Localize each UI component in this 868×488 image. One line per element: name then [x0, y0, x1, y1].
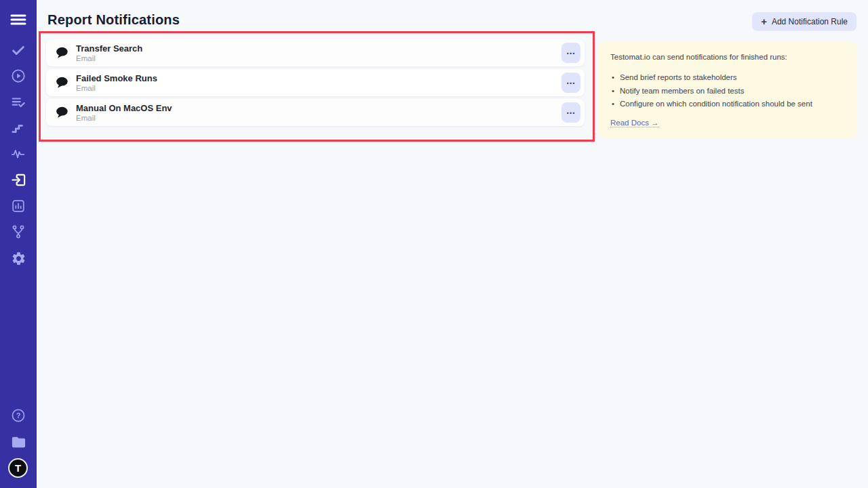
steps-icon[interactable] — [10, 120, 26, 136]
chat-bubble-icon — [54, 75, 69, 90]
hamburger-menu-icon[interactable] — [10, 12, 26, 28]
ellipsis-icon: ⋯ — [566, 49, 576, 58]
rule-title: Manual On MacOS Env — [76, 103, 172, 113]
list-check-icon[interactable] — [10, 94, 26, 110]
import-icon[interactable] — [10, 171, 26, 188]
logo-letter: T — [15, 462, 21, 474]
rule-channel: Email — [76, 84, 157, 93]
rule-title: Failed Smoke Runs — [76, 73, 157, 83]
rule-menu-button[interactable]: ⋯ — [561, 102, 580, 123]
git-branch-icon[interactable] — [10, 224, 26, 240]
play-circle-icon[interactable] — [10, 68, 26, 84]
ellipsis-icon: ⋯ — [566, 79, 576, 87]
check-icon[interactable] — [10, 42, 26, 58]
info-intro-text: Testomat.io can send notifications for f… — [610, 52, 845, 62]
rule-menu-button[interactable]: ⋯ — [561, 73, 580, 93]
add-notification-rule-button[interactable]: + Add Notification Rule — [752, 12, 856, 30]
plus-icon: + — [761, 16, 767, 26]
activity-pulse-icon[interactable] — [10, 146, 26, 162]
read-docs-link[interactable]: Read Docs → — [610, 119, 659, 127]
help-icon[interactable]: ? — [10, 407, 26, 424]
folder-icon[interactable] — [10, 434, 26, 450]
notification-rule-row[interactable]: Transfer Search Email ⋯ — [46, 39, 585, 66]
info-bullet: Configure on which condition notificatio… — [610, 98, 845, 111]
add-button-label: Add Notification Rule — [772, 17, 848, 26]
chat-bubble-icon — [54, 45, 69, 60]
info-bullet: Send brief reports to stakeholders — [610, 71, 845, 85]
ellipsis-icon: ⋯ — [566, 108, 576, 117]
rule-title: Transfer Search — [76, 43, 142, 54]
notification-rule-row[interactable]: Failed Smoke Runs Email ⋯ — [46, 69, 585, 96]
svg-text:?: ? — [16, 411, 21, 420]
rule-channel: Email — [76, 54, 142, 63]
info-bullet-list: Send brief reports to stakeholders Notif… — [610, 71, 845, 111]
rule-channel: Email — [76, 114, 172, 123]
page-title: Report Notifications — [47, 12, 180, 28]
testomat-logo[interactable]: T — [8, 458, 28, 478]
info-panel: Testomat.io can send notifications for f… — [598, 42, 857, 138]
chat-bubble-icon — [54, 105, 69, 120]
settings-gear-icon[interactable] — [10, 250, 26, 266]
info-bullet: Notify team members on failed tests — [610, 85, 845, 98]
rule-menu-button[interactable]: ⋯ — [561, 43, 580, 63]
sidebar: ? T — [0, 0, 37, 488]
bar-chart-icon[interactable] — [10, 198, 26, 214]
notification-rule-row[interactable]: Manual On MacOS Env Email ⋯ — [46, 99, 585, 126]
